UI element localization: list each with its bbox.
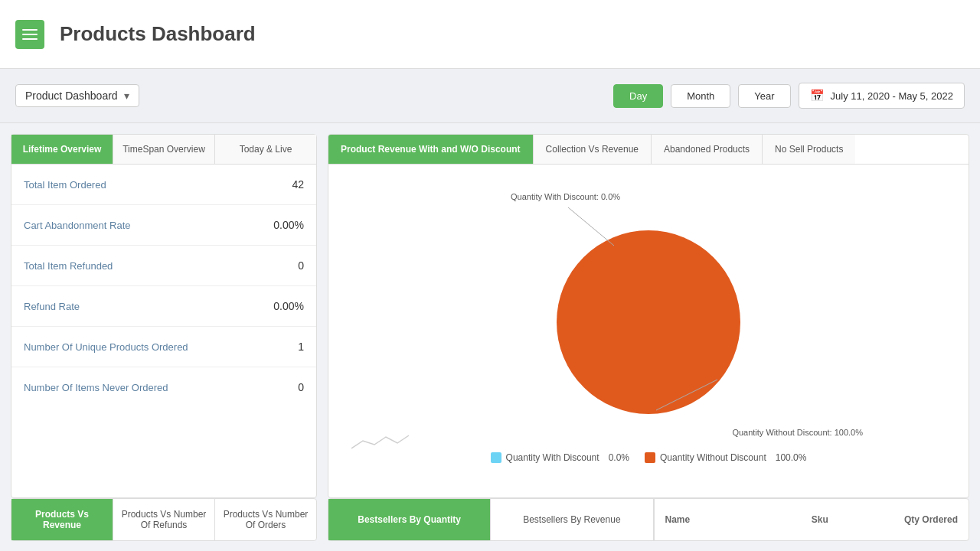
tab-timespan-overview[interactable]: TimeSpan Overview <box>113 135 215 164</box>
metric-label-3: Refund Rate <box>24 301 80 312</box>
legend-dot-without-discount <box>645 452 655 463</box>
tab-products-orders[interactable]: Products Vs Number Of Orders <box>215 499 316 540</box>
metric-row-never-ordered: Number Of Items Never Ordered 0 <box>11 367 316 407</box>
dashboard-select-label: Product Dashboard <box>25 90 118 102</box>
th-name: Name <box>665 514 812 525</box>
tab-lifetime-overview[interactable]: Lifetime Overview <box>11 135 113 164</box>
tab-no-sell-products[interactable]: No Sell Products <box>763 135 855 164</box>
period-year-button[interactable]: Year <box>738 84 790 108</box>
period-month-button[interactable]: Month <box>671 84 730 108</box>
tab-products-revenue[interactable]: Products Vs Revenue <box>11 499 113 540</box>
metric-label-1: Cart Abandonment Rate <box>24 220 130 231</box>
metric-label-5: Number Of Items Never Ordered <box>24 382 168 393</box>
period-day-button[interactable]: Day <box>613 84 663 108</box>
main-content: Lifetime Overview TimeSpan Overview Toda… <box>0 123 980 498</box>
legend-label-with-discount: Quantity With Discount <box>506 452 599 463</box>
metric-row-unique-products: Number Of Unique Products Ordered 1 <box>11 327 316 367</box>
metrics-list: Total Item Ordered 42 Cart Abandonment R… <box>11 165 316 497</box>
chart-legend: Quantity With Discount 0.0% Quantity Wit… <box>491 452 807 463</box>
legend-item-without-discount: Quantity Without Discount 100.0% <box>645 452 806 463</box>
metric-row-refund-rate: Refund Rate 0.00% <box>11 286 316 327</box>
page-title: Products Dashboard <box>60 22 256 46</box>
left-panel: Lifetime Overview TimeSpan Overview Toda… <box>11 134 317 498</box>
metric-value-3: 0.00% <box>273 300 304 312</box>
metric-row-cart-abandonment: Cart Abandonment Rate 0.00% <box>11 205 316 246</box>
left-tab-bar: Lifetime Overview TimeSpan Overview Toda… <box>11 135 316 165</box>
metric-value-5: 0 <box>298 381 304 393</box>
calendar-icon: 📅 <box>810 89 825 103</box>
metric-value-4: 1 <box>298 341 304 353</box>
pie-label-top: Quantity With Discount: 0.0% <box>511 192 620 201</box>
table-header-row: Name Sku Qty Ordered <box>654 499 969 540</box>
metric-label-4: Number Of Unique Products Ordered <box>24 341 188 353</box>
th-qty: Qty Ordered <box>884 514 958 525</box>
tab-bestsellers-revenue[interactable]: Bestsellers By Revenue <box>491 499 653 540</box>
date-range-label: July 11, 2020 - May 5, 2022 <box>831 90 953 102</box>
metric-label-0: Total Item Ordered <box>24 179 106 191</box>
tab-collection-revenue[interactable]: Collection Vs Revenue <box>534 135 652 164</box>
filter-bar: Product Dashboard ▾ Day Month Year 📅 Jul… <box>0 69 980 123</box>
pie-connector-bottom <box>656 380 733 418</box>
svg-line-2 <box>656 380 717 410</box>
svg-line-0 <box>568 207 614 246</box>
legend-label-without-discount: Quantity Without Discount <box>660 452 766 463</box>
legend-value-without-discount: 100.0% <box>776 452 807 463</box>
metric-label-2: Total Item Refunded <box>24 260 113 272</box>
tab-product-revenue-discount[interactable]: Product Revenue With and W/O Discount <box>328 135 534 164</box>
metric-value-2: 0 <box>298 259 304 272</box>
metric-value-1: 0.00% <box>273 219 304 231</box>
chevron-down-icon: ▾ <box>124 90 129 102</box>
bottom-right-panel: Bestsellers By Quantity Bestsellers By R… <box>328 498 969 541</box>
metric-value-0: 42 <box>292 178 304 191</box>
legend-value-with-discount: 0.0% <box>609 452 629 463</box>
sparkline-icon <box>351 429 413 452</box>
tab-today-live[interactable]: Today & Live <box>215 135 316 164</box>
legend-item-with-discount: Quantity With Discount 0.0% <box>491 452 629 463</box>
right-panel: Product Revenue With and W/O Discount Co… <box>328 134 969 498</box>
bottom-section: Products Vs Revenue Products Vs Number O… <box>0 498 980 551</box>
chart-tab-bar: Product Revenue With and W/O Discount Co… <box>328 135 969 165</box>
bottom-left-panel: Products Vs Revenue Products Vs Number O… <box>11 498 317 541</box>
tab-abandoned-products[interactable]: Abandoned Products <box>652 135 763 164</box>
pie-label-bottom: Quantity Without Discount: 100.0% <box>732 428 863 437</box>
dashboard-select[interactable]: Product Dashboard ▾ <box>15 84 139 107</box>
th-sku: Sku <box>812 514 885 525</box>
date-range-picker[interactable]: 📅 July 11, 2020 - May 5, 2022 <box>799 83 965 109</box>
period-filter-group: Day Month Year 📅 July 11, 2020 - May 5, … <box>613 83 965 109</box>
metric-row-total-item-refunded: Total Item Refunded 0 <box>11 246 316 286</box>
tab-bestsellers-quantity[interactable]: Bestsellers By Quantity <box>328 499 491 540</box>
menu-button[interactable] <box>15 20 44 49</box>
metric-row-total-item-ordered: Total Item Ordered 42 <box>11 165 316 205</box>
tab-products-refunds[interactable]: Products Vs Number Of Refunds <box>113 499 215 540</box>
top-header: Products Dashboard <box>0 0 980 69</box>
chart-area: Quantity With Discount: 0.0% <box>328 165 969 497</box>
legend-dot-with-discount <box>491 452 501 463</box>
pie-connector-top <box>545 207 637 253</box>
